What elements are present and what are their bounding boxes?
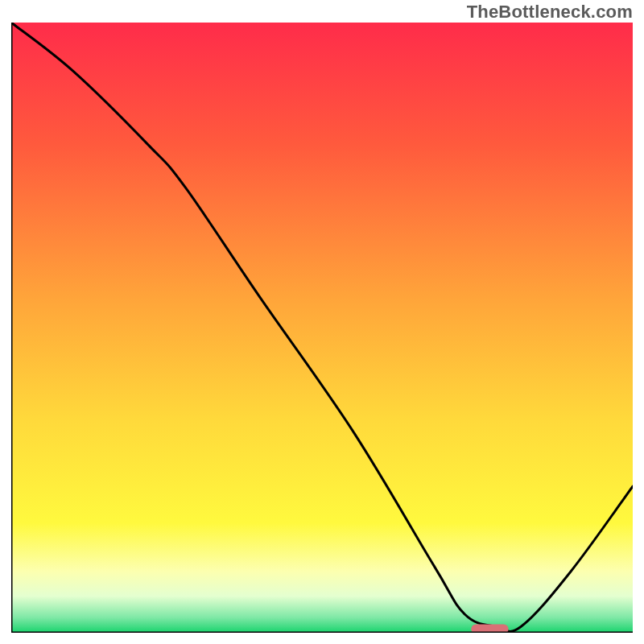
bottleneck-chart — [11, 23, 633, 633]
chart-background — [11, 23, 633, 633]
watermark-text: TheBottleneck.com — [467, 2, 633, 23]
optimal-marker — [471, 624, 508, 633]
